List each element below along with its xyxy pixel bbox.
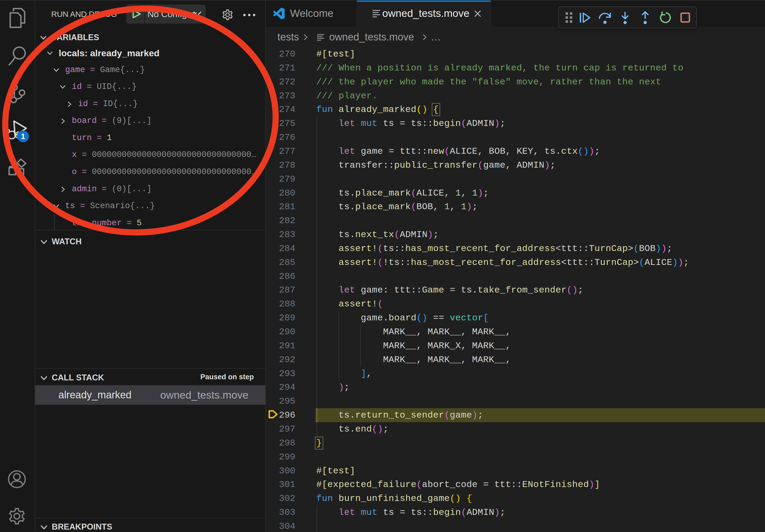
svg-text:1: 1 [21, 132, 25, 140]
